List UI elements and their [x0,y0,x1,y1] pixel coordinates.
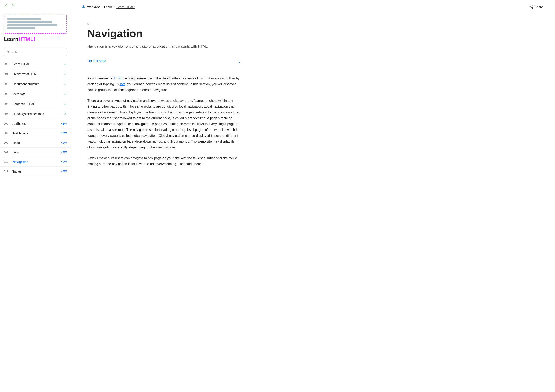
nav-item-left-011: 011Tables [4,170,22,173]
nav-item-num-010: 010 [4,160,10,163]
nav-item-000[interactable]: 000Learn HTML✓ [0,59,71,69]
nav-item-006[interactable]: 006AttributesNEW [0,119,71,128]
nav-item-left-004: 004Semantic HTML [4,102,35,106]
logo-line-2 [7,21,52,23]
new-badge-007: NEW [61,132,67,135]
nav-item-num-000: 000 [4,62,10,65]
nav-item-num-003: 003 [4,92,10,95]
body-paragraph-2: There are several types of navigation an… [87,98,241,150]
share-label: Share [535,5,543,9]
on-this-page-label: On this page [87,59,106,63]
nav-item-001[interactable]: 001Overview of HTML✓ [0,69,71,79]
article-intro: Navigation is a key element of any site … [87,44,241,49]
logo-line-4 [7,27,35,29]
logo-line-1 [7,18,41,20]
links-link[interactable]: links [114,77,121,80]
nav-item-label-010: Navigation [13,160,29,164]
nav-item-label-005: Headings and sections [13,112,44,115]
on-this-page-toggle[interactable]: On this page ⌄ [87,55,241,67]
nav-item-label-007: Text basics [13,131,28,135]
new-badge-009: NEW [61,151,67,154]
href-attr-code: href [162,76,171,81]
nav-item-right-003: ✓ [64,92,67,96]
search-input[interactable] [4,48,67,56]
breadcrumb-sep-2: › [114,5,115,9]
nav-item-left-008: 008Links [4,141,20,144]
breadcrumb-site: web.dev [87,5,100,9]
sidebar: < > Learn HTML! 000Learn HTML✓001Overvie… [0,0,71,392]
logo-learn-text: Learn [4,36,19,43]
article-title: Navigation [87,28,241,40]
forward-arrow-button[interactable]: > [10,2,16,8]
nav-item-num-007: 007 [4,132,10,135]
back-arrow-button[interactable]: < [3,2,9,8]
nav-item-label-003: Metadata [13,92,26,96]
sidebar-logo-area: Learn HTML! [0,11,71,45]
nav-item-label-006: Attributes [13,122,26,125]
nav-item-num-004: 004 [4,102,10,105]
nav-item-right-004: ✓ [64,102,67,106]
nav-item-label-002: Document structure [13,82,40,86]
nav-item-right-011: NEW [61,170,67,173]
nav-item-right-008: NEW [61,141,67,144]
share-button[interactable]: Share [527,4,545,10]
nav-arrows: < > [0,0,71,11]
nav-item-002[interactable]: 002Document structure✓ [0,79,71,89]
new-badge-011: NEW [61,170,67,173]
nav-item-left-003: 003Metadata [4,92,26,96]
check-icon-001: ✓ [64,72,67,76]
breadcrumb-learn-link[interactable]: Learn [104,5,112,9]
nav-item-num-002: 002 [4,82,10,86]
body-paragraph-1: As you learned in links, the <a> element… [87,75,241,93]
nav-list: 000Learn HTML✓001Overview of HTML✓002Doc… [0,59,71,392]
nav-item-008[interactable]: 008LinksNEW [0,138,71,148]
check-icon-002: ✓ [64,82,67,86]
breadcrumb: web.dev › Learn › Learn HTML! [81,4,135,10]
body-p1-mid1: , the [121,77,128,80]
nav-item-003[interactable]: 003Metadata✓ [0,89,71,99]
breadcrumb-sep-1: › [101,5,102,9]
nav-item-right-000: ✓ [64,62,67,66]
nav-item-010[interactable]: 010NavigationNEW [0,157,71,167]
nav-item-left-005: 005Headings and sections [4,112,44,115]
nav-item-right-002: ✓ [64,82,67,86]
breadcrumb-current: Learn HTML! [117,5,135,9]
nav-item-num-005: 005 [4,112,10,115]
nav-item-label-001: Overview of HTML [13,72,38,76]
nav-item-label-008: Links [13,141,20,144]
nav-item-label-000: Learn HTML [13,62,30,66]
new-badge-010: NEW [61,160,67,163]
nav-item-007[interactable]: 007Text basicsNEW [0,128,71,138]
nav-item-num-009: 009 [4,151,10,154]
svg-line-5 [531,7,532,8]
article-number: 010 [87,22,241,26]
nav-item-005[interactable]: 005Headings and sections✓ [0,109,71,119]
nav-item-num-001: 001 [4,72,10,75]
article-body: As you learned in links, the <a> element… [87,75,241,167]
nav-item-011[interactable]: 011TablesNEW [0,167,71,176]
nav-item-004[interactable]: 004Semantic HTML✓ [0,99,71,109]
check-icon-004: ✓ [64,102,67,106]
new-badge-008: NEW [61,141,67,144]
breadcrumb-logo: web.dev [81,4,100,10]
a-element-code: <a> [128,76,136,81]
chevron-down-icon: ⌄ [238,59,241,64]
webdev-logo-icon [81,4,86,10]
nav-item-left-010: 010Navigation [4,160,29,164]
article: 010 Navigation Navigation is a key eleme… [71,14,258,189]
nav-item-right-001: ✓ [64,72,67,76]
nav-item-num-011: 011 [4,170,10,173]
nav-item-num-006: 006 [4,122,10,125]
nav-item-num-008: 008 [4,141,10,144]
nav-item-009[interactable]: 009ListsNEW [0,148,71,157]
body-paragraph-3: Always make sure users can navigate to a… [87,155,241,167]
lists-link[interactable]: lists [120,82,125,86]
body-p1-start: As you learned in [87,77,114,80]
new-badge-006: NEW [61,122,67,125]
nav-item-right-010: NEW [61,160,67,163]
main-content: web.dev › Learn › Learn HTML! Share 010 … [71,0,555,392]
svg-line-6 [531,6,532,7]
nav-item-left-000: 000Learn HTML [4,62,30,66]
nav-item-left-009: 009Lists [4,150,19,154]
nav-item-right-005: ✓ [64,112,67,116]
